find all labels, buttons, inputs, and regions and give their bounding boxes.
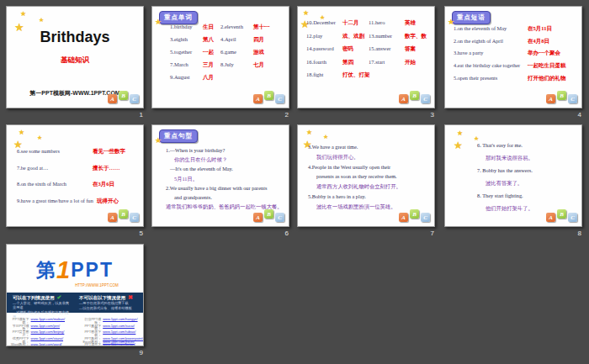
section-badge: 重点句型 [159, 129, 198, 143]
vocab-english: 6.game [220, 49, 253, 55]
vocab-item: 15.answer答案 [369, 45, 431, 52]
sentence-line: and grandparents. [166, 193, 287, 202]
vocab-english: 2.eleventh [220, 24, 253, 30]
abc-blocks: A B C [108, 91, 139, 103]
slide-number: 2 [151, 111, 289, 119]
vocab-chinese: 第十一 [253, 24, 270, 30]
vocab-english: 12.play [306, 33, 342, 40]
phrase-english: 2.on the eighth of April [454, 38, 528, 45]
sentence-line: 你的生日在什么时候？ [166, 155, 287, 164]
letter-block-c: C [568, 213, 577, 222]
vocab-item: 12.play戏、戏剧 [306, 33, 369, 40]
slide-thumbnail-5[interactable]: ★ ★ ★ 6.see some numbers看见一些数字7.be good … [6, 124, 144, 227]
letter-block-b: B [557, 209, 566, 219]
star-icon: ★ [457, 130, 463, 137]
phrase-english: 8.on the sixth of March [17, 181, 93, 187]
letter-block-c: C [421, 94, 430, 103]
vocab-english: 9.August [170, 74, 203, 81]
license-banner: 可以在下列情况使用 ✔ —个人学习、研究或欣赏，以及非商业用途 —对模板进行修改… [7, 293, 143, 313]
phrase-row: 3.have a party举办一个聚会 [454, 50, 580, 56]
star-icon: ★ [454, 140, 463, 150]
letter-block-a: A [546, 94, 555, 103]
slide-7-cell: ★ ★ ★ 3.We have a great time.我们玩得很开心。4.P… [297, 124, 435, 237]
slide-3-cell: ★ ★ ★ 10.December十二月11.hero英雄12.play戏、戏剧… [297, 6, 435, 119]
phrase-row: 6.see some numbers看见一些数字 [17, 148, 141, 155]
slide-2-cell: 重点单词 ★ 1.birthday生日2.eleventh第十一3.eighth… [151, 6, 289, 119]
vocab-chinese: 第四 [342, 59, 353, 66]
slide-sorter: ★ ★ ★ Brithdays 基础知识 第一PPT模板网-WWW.1PPT.C… [0, 0, 589, 364]
vocab-list: 10.December十二月11.hero英雄12.play戏、戏剧13.num… [306, 19, 431, 78]
slide-5-cell: ★ ★ ★ 6.see some numbers看见一些数字7.be good … [6, 124, 144, 237]
letter-block-c: C [568, 94, 577, 103]
vocab-item: 14.password密码 [306, 45, 369, 52]
license-can-title: 可以在下列情况使用 [13, 295, 55, 300]
slide-thumbnail-2[interactable]: 重点单词 ★ 1.birthday生日2.eleventh第十一3.eighth… [151, 6, 289, 108]
abc-blocks: A B C [108, 209, 139, 222]
vocab-chinese: 戏、戏剧 [342, 33, 364, 40]
abc-blocks: A B C [253, 91, 284, 103]
links-right-group: 行业PPT模板：www.1ppt.com/hangye/PPT素材下载：www.… [79, 318, 143, 346]
links-left-group: PPT模板下载：www.1ppt.com/moban/节日PPT模板：www.1… [7, 318, 66, 346]
slide-number: 9 [6, 349, 144, 356]
letter-block-b: B [119, 91, 128, 100]
sentence-line: 通常西方人收到礼物时会立刻打开。 [308, 182, 432, 192]
vocab-item: 18.fight打仗、打架 [306, 71, 369, 78]
phrase-chinese: 在5月11日 [528, 25, 552, 32]
slide-thumbnail-4[interactable]: 重点短语 ★ 1.on the eleventh of May在5月11日2.o… [444, 6, 582, 108]
vocab-english: 13.number [369, 33, 405, 40]
slide-number: 5 [6, 229, 144, 237]
sentence-line: 那对我来说很容易。 [477, 151, 580, 164]
vocab-english: 18.fight [306, 71, 342, 78]
phrase-list: 1.on the eleventh of May在5月11日2.on the e… [454, 25, 580, 87]
section-badge: 重点短语 [452, 11, 491, 24]
vocab-english: 14.password [306, 45, 342, 52]
logo-url: HTTP://WWW.1PPT.COM [7, 283, 143, 288]
phrase-row: 2.on the eighth of April在4月8日 [454, 38, 580, 45]
sentence-line: presents as soon as they receive them. [308, 171, 432, 182]
star-icon: ★ [14, 22, 24, 33]
sentence-line: 5月11日。 [166, 174, 287, 183]
sentence-line: 6. That's easy for me. [477, 139, 580, 151]
vocab-english: 5.together [170, 49, 203, 55]
letter-block-c: C [130, 94, 139, 103]
letter-block-b: B [119, 209, 128, 219]
slide-thumbnail-8[interactable]: ★ ★ ★ 6. That's easy for me.那对我来说很容易。7. … [444, 124, 582, 227]
letter-block-a: A [546, 213, 555, 222]
abc-blocks: A B C [253, 209, 284, 222]
letter-block-b: B [410, 209, 419, 219]
slide-thumbnail-1[interactable]: ★ ★ ★ Brithdays 基础知识 第一PPT模板网-WWW.1PPT.C… [6, 6, 144, 108]
star-icon: ★ [39, 17, 44, 23]
slide-thumbnail-9[interactable]: 第1PPT HTTP://WWW.1PPT.COM 可以在下列情况使用 ✔ —个… [6, 244, 144, 346]
license-cannot-line: —用于任何形式的在线付费下载 [79, 301, 137, 305]
letter-block-a: A [399, 213, 408, 222]
vocab-chinese: 打仗、打架 [342, 71, 370, 78]
license-cannot-title: 不可以在以下情况使用 [79, 295, 125, 300]
vocab-chinese: 数字、数 [405, 33, 427, 40]
vocab-chinese: 生日 [203, 24, 214, 30]
logo-di: 第 [36, 259, 56, 281]
sentence-list: 3.We have a great time.我们玩得很开心。4.People … [308, 142, 432, 212]
ppt-logo: 第1PPT [7, 258, 143, 282]
vocab-chinese: 一起 [203, 49, 214, 55]
vocab-english: 11.hero [369, 19, 405, 26]
phrase-row: 4.eat the birthday cake together一起吃生日蛋糕 [454, 62, 580, 69]
license-can-column: 可以在下列情况使用 ✔ —个人学习、研究或欣赏，以及非商业用途 —对模板进行修改… [13, 295, 71, 310]
letter-block-b: B [264, 91, 273, 100]
phrase-english: 1.on the eleventh of May [454, 25, 528, 32]
phrase-row: 5.open their presents打开他们的礼物 [454, 75, 580, 82]
vocab-item: 17.start开始 [369, 59, 431, 66]
vocab-english: 4.April [220, 36, 253, 43]
vocab-item: 13.number数字、数 [369, 33, 431, 40]
letter-block-b: B [557, 91, 566, 100]
vocab-item: 1.birthday生日 [170, 24, 220, 30]
vocab-chinese: 密码 [342, 45, 353, 52]
phrase-english: 6.see some numbers [17, 148, 93, 155]
vocab-chinese: 四月 [253, 36, 264, 43]
vocab-chinese: 开始 [405, 59, 416, 66]
sentence-line: 5.Bobby is a hero in a play. [308, 192, 432, 202]
presentation-title: Brithdays [7, 29, 143, 46]
slide-thumbnail-7[interactable]: ★ ★ ★ 3.We have a great time.我们玩得很开心。4.P… [297, 124, 435, 227]
slide-thumbnail-6[interactable]: 重点句型 ★ 1.—When is your birthday?你的生日在什么时… [151, 124, 289, 227]
star-icon: ★ [19, 129, 24, 136]
slide-thumbnail-3[interactable]: ★ ★ ★ 10.December十二月11.hero英雄12.play戏、戏剧… [297, 6, 435, 108]
